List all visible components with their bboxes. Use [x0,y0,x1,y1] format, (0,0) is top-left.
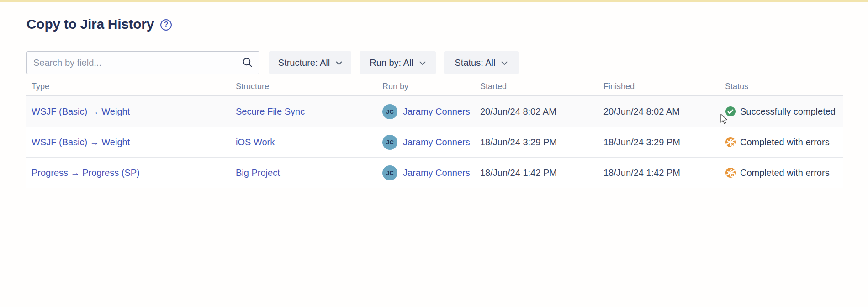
header-run-by: Run by [382,82,480,91]
run-by-filter-button[interactable]: Run by: All [360,51,436,74]
search-input[interactable] [26,51,259,74]
structure-link[interactable]: Big Project [236,168,280,178]
run-by-link[interactable]: Jaramy Conners [403,168,470,178]
finished-value: 20/Jun/24 8:02 AM [603,106,680,117]
type-link[interactable]: WSJF (Basic) → Weight [32,106,130,117]
table-row: WSJF (Basic) → Weight iOS Work JC Jaramy… [26,127,843,158]
status-warning-icon [725,167,736,178]
avatar: JC [382,104,397,119]
status-success-icon [725,106,736,117]
status-label: Successfully completed [740,106,836,117]
structure-link[interactable]: Secure File Sync [236,106,305,117]
status-label: Completed with errors [740,137,830,148]
header-finished: Finished [603,82,725,91]
table-row: Progress → Progress (SP) Big Project JC … [26,158,843,188]
copy-to-jira-history-page: Copy to Jira History ? Structure: All Ru… [26,14,843,188]
started-value: 20/Jun/24 8:02 AM [480,106,556,117]
chevron-down-icon [336,61,342,65]
header-type: Type [26,82,236,91]
avatar: JC [382,135,397,150]
status-filter-label: Status: All [455,58,496,68]
started-value: 18/Jun/24 3:29 PM [480,137,557,148]
search-field-wrap [26,51,259,74]
page-title: Copy to Jira History [26,16,154,32]
table-header: Type Structure Run by Started Finished S… [26,74,843,96]
avatar: JC [382,165,397,180]
top-accent-bar [0,0,868,2]
finished-value: 18/Jun/24 3:29 PM [603,137,680,148]
structure-link[interactable]: iOS Work [236,137,275,148]
structure-filter-label: Structure: All [278,58,330,68]
table-row: WSJF (Basic) → Weight Secure File Sync J… [26,96,843,127]
table-body: WSJF (Basic) → Weight Secure File Sync J… [26,96,843,188]
type-link[interactable]: WSJF (Basic) → Weight [32,137,130,148]
chevron-down-icon [501,61,508,65]
help-icon[interactable]: ? [160,19,172,31]
filter-toolbar: Structure: All Run by: All Status: All [26,51,843,74]
status-warning-icon [725,137,736,148]
header-structure: Structure [236,82,382,91]
header-status: Status [725,82,843,91]
run-by-filter-label: Run by: All [370,58,413,68]
finished-value: 18/Jun/24 1:42 PM [603,168,680,178]
structure-filter-button[interactable]: Structure: All [269,51,351,74]
run-by-link[interactable]: Jaramy Conners [403,106,470,117]
started-value: 18/Jun/24 1:42 PM [480,168,557,178]
page-header: Copy to Jira History ? [26,14,843,34]
status-filter-button[interactable]: Status: All [444,51,519,74]
chevron-down-icon [419,61,426,65]
header-started: Started [480,82,603,91]
type-link[interactable]: Progress → Progress (SP) [32,168,140,178]
run-by-link[interactable]: Jaramy Conners [403,137,470,148]
status-label: Completed with errors [740,168,830,178]
